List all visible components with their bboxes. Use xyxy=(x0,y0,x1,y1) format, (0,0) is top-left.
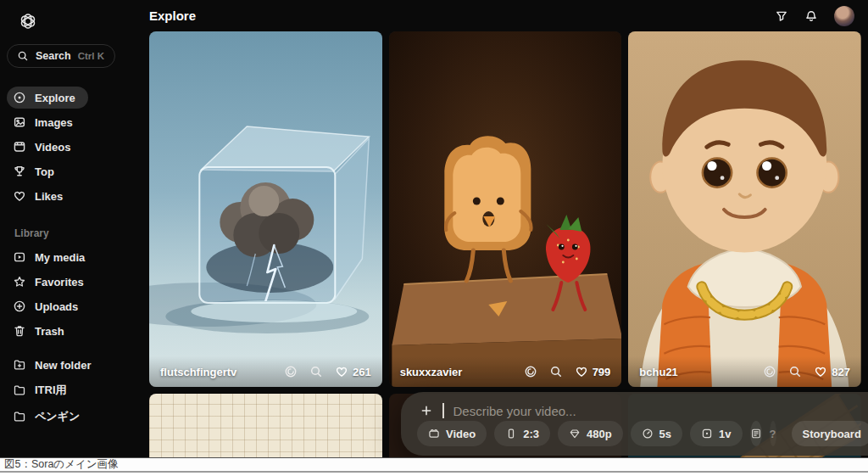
sora-app: Search Ctrl K Explore Images Videos Top xyxy=(0,0,868,458)
video-card-3[interactable]: bchu21 827 xyxy=(628,31,861,387)
duration-pill[interactable]: 5s xyxy=(631,421,682,446)
sidebar-item-top[interactable]: Top xyxy=(7,160,67,182)
search-similar-icon[interactable] xyxy=(549,365,563,378)
video-card-1[interactable]: flutschfingertv 261 xyxy=(149,31,382,387)
help-label: ? xyxy=(770,428,776,440)
card-username: skuxxzavier xyxy=(400,366,517,378)
sidebar-item-folder-penguin[interactable]: ペンギン xyxy=(7,405,92,428)
like-button[interactable]: 827 xyxy=(814,365,850,378)
video-thumbnail-toast-strawberry xyxy=(389,31,622,387)
card-overlay: bchu21 827 xyxy=(628,356,861,387)
sidebar-item-label: Favorites xyxy=(35,276,84,288)
heart-icon xyxy=(575,365,588,378)
card-username: bchu21 xyxy=(639,366,756,378)
add-attachment-button[interactable] xyxy=(420,404,433,417)
sidebar-item-label: Images xyxy=(35,116,73,129)
openai-logo-icon xyxy=(19,12,37,31)
search-label: Search xyxy=(36,50,71,62)
sidebar-item-label: ペンギン xyxy=(35,409,80,424)
card-overlay: flutschfingertv 261 xyxy=(149,356,382,387)
sidebar-item-label: Trash xyxy=(35,325,64,338)
aspect-ratio-pill[interactable]: 2:3 xyxy=(494,421,550,446)
bell-icon xyxy=(804,9,818,23)
caption-text: 図5：Soraのメイン画像 xyxy=(4,457,119,472)
sidebar-item-label: Explore xyxy=(35,92,75,104)
remix-icon[interactable] xyxy=(763,365,776,378)
sidebar-item-likes[interactable]: Likes xyxy=(7,185,75,207)
media-type-pill[interactable]: Video xyxy=(417,421,487,446)
heart-icon xyxy=(814,365,827,378)
sidebar-item-uploads[interactable]: Uploads xyxy=(7,295,91,317)
sidebar-item-label: Likes xyxy=(35,190,63,203)
star-icon xyxy=(13,275,26,288)
page-title: Explore xyxy=(149,8,196,23)
filter-button[interactable] xyxy=(775,9,788,23)
folder-icon xyxy=(13,410,26,423)
prompt-input[interactable] xyxy=(453,404,868,418)
search-shortcut: Ctrl K xyxy=(78,51,104,61)
search-similar-icon[interactable] xyxy=(309,365,323,378)
sidebar-item-label: Top xyxy=(35,165,54,178)
pill-label: 5s xyxy=(659,428,671,440)
sidebar-item-trash[interactable]: Trash xyxy=(7,320,77,342)
card-username: flutschfingertv xyxy=(160,366,277,378)
upload-icon xyxy=(13,300,26,313)
sidebar-item-my-media[interactable]: My media xyxy=(7,246,97,268)
storyboard-button[interactable]: Storyboard xyxy=(792,421,868,446)
storyboard-note-icon xyxy=(750,428,762,440)
variations-icon xyxy=(701,428,713,440)
variations-pill[interactable]: 1v xyxy=(690,421,742,446)
library-section-label: Library xyxy=(14,227,142,239)
like-count: 799 xyxy=(593,366,611,378)
preset-button[interactable] xyxy=(750,421,762,446)
resolution-pill[interactable]: 480p xyxy=(558,421,623,446)
like-count: 261 xyxy=(353,366,371,378)
sidebar-item-label: Uploads xyxy=(35,300,78,313)
aspect-ratio-icon xyxy=(505,428,517,440)
sidebar-item-favorites[interactable]: Favorites xyxy=(7,271,97,293)
text-caret xyxy=(442,403,444,418)
duration-icon xyxy=(642,428,654,440)
topbar: Explore xyxy=(149,0,868,31)
videos-icon xyxy=(13,140,26,154)
sidebar-item-folder-itri[interactable]: ITRI用 xyxy=(7,378,80,402)
sidebar-item-label: My media xyxy=(35,251,85,264)
pill-label: 2:3 xyxy=(523,428,539,440)
heart-icon xyxy=(13,189,26,203)
plus-icon xyxy=(420,404,433,417)
remix-icon[interactable] xyxy=(284,365,298,378)
help-button[interactable]: ? xyxy=(770,421,776,446)
pill-label: 1v xyxy=(719,428,731,440)
like-button[interactable]: 799 xyxy=(575,365,611,378)
card-overlay: skuxxzavier 799 xyxy=(389,356,622,387)
sidebar-item-images[interactable]: Images xyxy=(7,111,86,133)
like-count: 827 xyxy=(832,366,850,378)
explore-icon xyxy=(13,91,26,104)
pill-label: 480p xyxy=(587,428,612,440)
notifications-button[interactable] xyxy=(804,9,818,23)
sidebar: Search Ctrl K Explore Images Videos Top xyxy=(0,0,149,458)
folder-icon xyxy=(13,384,26,397)
resolution-icon xyxy=(569,428,581,440)
user-avatar[interactable] xyxy=(834,6,854,26)
trash-icon xyxy=(13,324,26,338)
figure-caption: 図5：Soraのメイン画像 xyxy=(0,457,868,473)
sidebar-item-new-folder[interactable]: New folder xyxy=(7,354,103,376)
sidebar-item-videos[interactable]: Videos xyxy=(7,136,83,158)
search-similar-icon[interactable] xyxy=(788,365,802,378)
images-icon xyxy=(13,115,26,129)
search-input[interactable]: Search Ctrl K xyxy=(7,44,115,68)
video-thumbnail-felt-boy xyxy=(628,31,861,387)
sidebar-item-label: ITRI用 xyxy=(35,383,67,398)
video-card-2[interactable]: skuxxzavier 799 xyxy=(389,31,622,387)
like-button[interactable]: 261 xyxy=(335,365,371,378)
remix-icon[interactable] xyxy=(524,365,537,378)
video-card-4[interactable] xyxy=(149,394,382,458)
sidebar-item-explore[interactable]: Explore xyxy=(7,87,88,109)
prompt-composer: Video 2:3 480p 5s 1v xyxy=(401,392,868,456)
new-folder-icon xyxy=(13,358,26,372)
trophy-icon xyxy=(13,165,26,178)
funnel-icon xyxy=(775,9,788,23)
video-type-icon xyxy=(428,428,440,440)
pill-label: Video xyxy=(446,428,476,440)
